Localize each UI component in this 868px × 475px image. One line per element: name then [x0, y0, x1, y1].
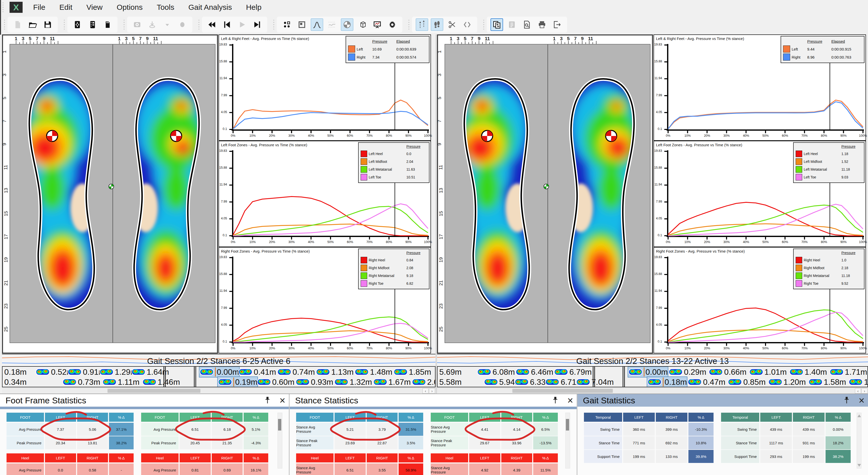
close-icon[interactable]: × [859, 394, 865, 406]
stance-item[interactable]: 0.18m [647, 377, 687, 387]
scroll-right-button[interactable]: › [862, 388, 868, 393]
scrollbar-thumb[interactable] [107, 389, 200, 393]
stance-item[interactable]: 1.13m [316, 367, 353, 377]
scroll-up-arrow[interactable] [858, 414, 861, 417]
previous-frame-icon[interactable] [221, 18, 233, 31]
settings-gear-icon[interactable] [386, 18, 399, 31]
page-preview-icon[interactable] [521, 18, 533, 31]
stance-item[interactable]: 1.89m [848, 377, 868, 387]
close-icon[interactable]: × [567, 394, 573, 406]
stance-item[interactable]: 1.20m [768, 377, 806, 387]
stance-item[interactable]: 0.19m [218, 377, 257, 387]
menu-item-help[interactable]: Help [239, 1, 269, 13]
stance-item[interactable]: 0.66m [709, 367, 746, 377]
stance-item[interactable]: 1.40m [789, 367, 827, 377]
menu-item-gait-analysis[interactable]: Gait Analysis [181, 1, 239, 13]
stance-timeline[interactable]: 0.18m 0.52m 0.91m 1.29m 1.64m 0.34m 0.73… [2, 366, 435, 387]
stance-item[interactable]: 0.00m [199, 367, 239, 377]
feet-icon[interactable] [431, 18, 443, 31]
left-foot[interactable] [455, 75, 538, 315]
panel-scrollbar[interactable] [278, 413, 282, 469]
stance-item[interactable]: 0.29m [668, 367, 706, 377]
stance-item[interactable]: 6.79m [554, 367, 592, 377]
panel-scrollbar[interactable] [857, 413, 862, 469]
trim-icon[interactable] [446, 18, 458, 31]
presentation-icon[interactable] [371, 18, 383, 31]
stance-item[interactable]: 0.00m [628, 367, 668, 377]
stance-item[interactable]: 0.85m [727, 377, 766, 387]
open-file-icon[interactable] [26, 18, 39, 31]
menu-item-file[interactable]: File [26, 1, 52, 13]
compare-windows-icon[interactable] [491, 18, 503, 31]
sweep-icon[interactable] [326, 18, 338, 31]
last-frame-icon[interactable] [251, 18, 264, 31]
save-icon[interactable] [41, 18, 54, 31]
device-log-icon[interactable] [86, 18, 99, 31]
stance-item[interactable]: 0.74m [277, 367, 315, 377]
right-foot[interactable] [560, 75, 643, 315]
report-icon[interactable] [505, 18, 518, 31]
session-strip[interactable]: Gait Session 2/2 Stances 6-25 Active 6 [2, 354, 435, 366]
stance-item[interactable]: 1.71m [829, 367, 867, 377]
close-icon[interactable]: × [280, 394, 285, 406]
stance-item[interactable]: 0.18m [2, 367, 27, 377]
stance-item[interactable]: 1.58m [808, 377, 846, 387]
print-icon[interactable] [536, 18, 548, 31]
pin-icon[interactable] [552, 396, 559, 405]
stance-item[interactable]: 6.46m [516, 367, 553, 377]
menu-item-tools[interactable]: Tools [150, 1, 181, 13]
stance-item[interactable]: 2.04m [412, 377, 435, 387]
panel-scrollbar[interactable] [565, 413, 570, 469]
stance-item[interactable]: 1.48m [354, 367, 392, 377]
stance-item[interactable]: 1.01m [749, 367, 787, 377]
dock-panel-titlebar[interactable]: Gait Statistics [578, 394, 868, 407]
memory-card-icon[interactable] [101, 18, 114, 31]
timeline-scrollbar[interactable]: ‹› [437, 388, 868, 393]
preview-icon[interactable] [131, 18, 144, 31]
stance-item[interactable]: 0.41m [238, 367, 276, 377]
scroll-left-button[interactable]: ‹ [855, 388, 861, 393]
stance-item[interactable]: 6.08m [477, 367, 515, 377]
left-foot[interactable] [20, 75, 103, 315]
record-icon[interactable] [176, 18, 189, 31]
stance-item[interactable]: 0.93m [296, 377, 333, 387]
box-3d-icon[interactable] [356, 18, 368, 31]
menu-item-view[interactable]: View [80, 1, 110, 13]
pin-icon[interactable] [264, 396, 271, 405]
frames-icon[interactable] [281, 18, 293, 31]
pin-icon[interactable] [843, 396, 850, 405]
menubar-grip[interactable] [2, 2, 4, 12]
frame-box-icon[interactable] [296, 18, 308, 31]
right-foot[interactable] [125, 75, 208, 315]
peak-curve-icon[interactable] [311, 18, 323, 31]
scrollbar-thumb[interactable] [513, 389, 613, 393]
menu-item-options[interactable]: Options [110, 1, 150, 13]
pressure-sensor-area[interactable] [9, 44, 216, 343]
timeline-scrollbar[interactable]: ‹› [2, 388, 435, 393]
session-strip[interactable]: Gait Session 2/2 Stances 13-22 Active 13 [437, 354, 868, 366]
stance-item[interactable]: 1.67m [373, 377, 411, 387]
scroll-right-button[interactable]: › [429, 388, 435, 393]
dock-panel-titlebar[interactable]: Foot Frame Statistics [0, 394, 289, 407]
record-dropdown-icon[interactable] [161, 18, 174, 31]
cop-icon[interactable] [341, 18, 353, 31]
pressure-sensor-area[interactable] [444, 44, 651, 343]
download-recording-icon[interactable] [146, 18, 158, 31]
scroll-left-button[interactable]: ‹ [423, 388, 429, 393]
dock-panel-titlebar[interactable]: Stance Statistics [289, 394, 577, 407]
stance-item[interactable]: 1.32m [334, 377, 372, 387]
markers-icon[interactable] [461, 18, 473, 31]
scroll-down-arrow[interactable] [858, 464, 861, 467]
play-icon[interactable] [236, 18, 248, 31]
new-file-icon[interactable] [11, 18, 24, 31]
toolbar-grip[interactable] [408, 20, 410, 29]
toolbar-grip[interactable] [123, 20, 125, 29]
stance-item[interactable]: 1.11m [102, 377, 140, 387]
stance-item[interactable]: 0.60m [257, 377, 294, 387]
stance-item[interactable]: 0.47m [687, 377, 725, 387]
stance-item[interactable]: 0.73m [62, 377, 100, 387]
toolbar-grip[interactable] [63, 20, 65, 29]
stance-item[interactable]: 1.46m [142, 377, 180, 387]
export-icon[interactable] [551, 18, 563, 31]
first-frame-icon[interactable] [206, 18, 218, 31]
